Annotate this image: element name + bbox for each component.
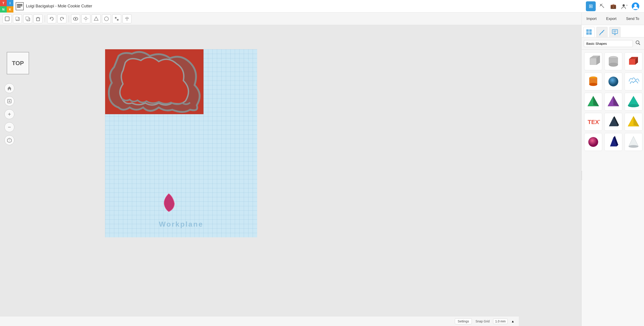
logo-k: K — [7, 6, 14, 13]
export-button[interactable]: Export — [602, 16, 620, 22]
top-right-icons: ⊞ ⛏ 💼 + — [586, 1, 644, 11]
svg-point-6 — [634, 4, 637, 7]
svg-point-67 — [628, 104, 639, 107]
shape-cone-white[interactable] — [624, 133, 642, 151]
toolbar-actions: Import Export Send To — [582, 13, 644, 25]
shape-prism-navy[interactable] — [604, 133, 622, 151]
new-button[interactable] — [3, 14, 12, 23]
tab-notes[interactable] — [609, 27, 620, 37]
tab-shapes[interactable] — [584, 27, 594, 37]
svg-point-47 — [636, 41, 639, 44]
svg-point-73 — [588, 137, 598, 147]
shape-pyramid-yellow[interactable] — [624, 113, 642, 131]
shape-box-gray[interactable] — [584, 52, 602, 70]
bottom-bar: Settings Snap Grid 1.0 mm ▲ — [0, 316, 519, 326]
shape-sphere-blue[interactable] — [604, 73, 622, 90]
shapes-category-dropdown[interactable]: Basic Shapes — [584, 40, 633, 47]
tab-ruler[interactable] — [596, 27, 608, 37]
shapes-search-bar: Basic Shapes — [582, 37, 644, 50]
shape-cone-teal[interactable] — [624, 93, 642, 111]
svg-rect-11 — [26, 17, 28, 20]
svg-rect-7 — [5, 17, 9, 21]
panel-tabs — [582, 25, 644, 37]
settings-button[interactable]: Settings — [455, 318, 472, 324]
snap-grid-value[interactable]: 1.0 mm — [493, 318, 508, 324]
toolbar — [0, 13, 582, 25]
light-button[interactable] — [82, 14, 90, 23]
shape-cylinder-orange[interactable] — [584, 73, 602, 90]
logo-t: T — [0, 0, 7, 6]
redo-button[interactable] — [58, 14, 66, 23]
svg-marker-55 — [629, 59, 635, 65]
logo: T I N K — [0, 0, 14, 13]
logo-i: I — [7, 0, 14, 6]
workplane-label: Workplane — [159, 220, 204, 228]
import-button[interactable]: Import — [582, 16, 600, 22]
grid-view-button[interactable]: ⊞ — [586, 1, 596, 11]
svg-rect-24 — [117, 19, 118, 21]
top-view-label: TOP — [7, 52, 29, 74]
right-panel: › Basic Shapes — [582, 25, 644, 326]
svg-rect-40 — [586, 32, 589, 35]
shape-cylinder-gray[interactable] — [604, 52, 622, 70]
flip-button[interactable] — [122, 14, 132, 23]
svg-rect-44 — [612, 30, 618, 34]
sendto-button[interactable]: Send To — [622, 16, 643, 22]
avatar-button[interactable] — [630, 1, 640, 11]
shape-sphere-pink[interactable] — [584, 133, 602, 151]
svg-text:+: + — [626, 4, 628, 7]
3d-view-button[interactable] — [4, 135, 14, 145]
shape-toggle-button[interactable] — [92, 14, 100, 23]
briefcase-button[interactable]: 💼 — [608, 1, 618, 11]
toolbar-separator-1 — [45, 16, 45, 22]
undo-button[interactable] — [47, 14, 56, 23]
shape-scribble[interactable] — [624, 73, 642, 90]
add-user-button[interactable]: + — [620, 1, 629, 11]
cookie-cutter-object[interactable] — [105, 49, 204, 148]
shape-pyramid-purple[interactable] — [604, 93, 622, 111]
duplicate-button[interactable] — [23, 14, 32, 23]
snap-grid-label: Snap Grid — [476, 319, 490, 323]
workplane: Workplane — [105, 49, 257, 237]
home-view-button[interactable] — [4, 83, 14, 93]
svg-rect-14 — [37, 17, 39, 18]
viewport-controls — [4, 83, 14, 145]
zoom-in-button[interactable] — [4, 109, 14, 119]
shape-pyramid-green[interactable] — [584, 93, 602, 111]
project-title: Luigi Bacigalupi - Mole Cookie Cutter — [26, 4, 586, 9]
app-icon — [16, 2, 24, 10]
search-button[interactable] — [634, 40, 642, 47]
view-button[interactable] — [71, 14, 80, 23]
svg-rect-1 — [17, 5, 22, 6]
svg-point-60 — [589, 83, 597, 86]
svg-point-61 — [608, 77, 618, 86]
svg-marker-76 — [628, 136, 638, 146]
svg-point-22 — [104, 17, 108, 21]
shape-box-red[interactable] — [624, 52, 642, 70]
shape-text-3d[interactable]: TEXT — [584, 113, 602, 131]
topbar: T I N K Luigi Bacigalupi - Mole Cookie C… — [0, 0, 644, 13]
shapes-grid: TEXT — [582, 50, 644, 153]
svg-marker-26 — [125, 18, 126, 19]
svg-marker-63 — [593, 96, 599, 106]
fit-view-button[interactable] — [4, 96, 14, 106]
svg-point-54 — [609, 63, 618, 67]
svg-rect-41 — [589, 32, 592, 35]
svg-point-17 — [85, 18, 87, 20]
svg-rect-23 — [115, 17, 116, 19]
svg-marker-65 — [613, 96, 619, 106]
zoom-out-button[interactable] — [4, 122, 14, 132]
pickaxe-button[interactable]: ⛏ — [597, 1, 607, 11]
align-button[interactable] — [112, 14, 121, 23]
delete-button[interactable] — [34, 14, 42, 23]
copy-button[interactable] — [13, 14, 22, 23]
svg-rect-0 — [17, 4, 22, 5]
shape-prism-blue[interactable] — [604, 113, 622, 131]
small-shape-object[interactable] — [161, 193, 177, 211]
panel-collapse-button[interactable]: › — [582, 171, 582, 180]
shape-solid-button[interactable] — [102, 14, 111, 23]
svg-point-77 — [628, 145, 638, 148]
logo-n: N — [0, 6, 7, 13]
snap-increase-button[interactable]: ▲ — [511, 319, 514, 323]
svg-line-48 — [639, 43, 640, 45]
